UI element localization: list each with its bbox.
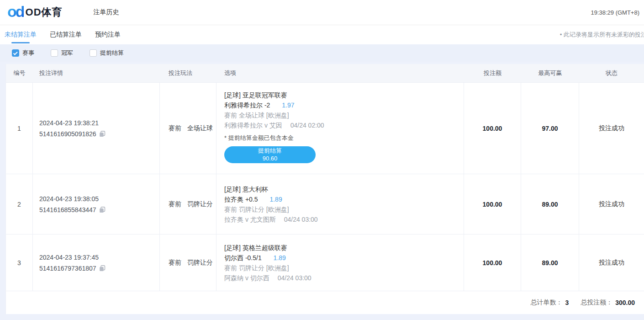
bet-time: 2024-04-23 19:38:21 xyxy=(39,118,159,128)
cashout-note: * 提前结算金额已包含本金 xyxy=(224,133,464,143)
tab-settled[interactable]: 已结算注单 xyxy=(50,25,82,44)
play-period: 赛前 xyxy=(169,259,181,267)
selection-cell: [足球] 亚足联冠军联赛 利雅得希拉尔 -2 1.97 赛前 全场让球 [欧洲盘… xyxy=(216,83,464,174)
play-name: 罚牌让分 xyxy=(187,259,213,267)
selection-kickoff: 04/24 02:00 xyxy=(290,122,324,129)
play-name: 罚牌让分 xyxy=(187,200,213,208)
bet-id: 5141616905091826 xyxy=(39,129,96,139)
filter-bar: 赛事 冠军 提前结算 xyxy=(0,44,644,62)
play-type-cell: 赛前 罚牌让分 xyxy=(160,174,216,234)
col-header-stake: 投注额 xyxy=(464,64,521,82)
row-number: 2 xyxy=(6,174,33,234)
table-row: 3 2024-04-23 19:37:45 5141616797361807 赛… xyxy=(6,234,644,291)
total-count-label: 总计单数： xyxy=(530,299,562,307)
bet-id: 5141616797361807 xyxy=(39,264,96,273)
selection-league: [足球] 英格兰超级联赛 xyxy=(224,243,464,253)
selection-odds: 1.97 xyxy=(282,101,294,109)
stake-value: 100.00 xyxy=(464,174,521,234)
copy-icon[interactable] xyxy=(99,131,106,137)
play-type-cell: 赛前 罚牌让分 xyxy=(160,235,216,291)
checkbox-unchecked-icon xyxy=(51,49,58,57)
selection-pick: 拉齐奥 +0.5 xyxy=(224,196,258,203)
selection-cell: [足球] 英格兰超级联赛 切尔西 -0.5/1 1.89 赛前 罚牌让分 [欧洲… xyxy=(216,235,464,291)
filter-champion-checkbox[interactable]: 冠军 xyxy=(51,49,73,57)
total-count-value: 3 xyxy=(565,299,569,306)
selection-pick: 利雅得希拉尔 -2 xyxy=(224,101,270,109)
selection-league: [足球] 意大利杯 xyxy=(224,184,464,194)
col-header-status: 状态 xyxy=(579,64,644,82)
bet-detail-cell: 2024-04-23 19:38:21 5141616905091826 xyxy=(33,83,160,174)
bet-time: 2024-04-23 19:38:05 xyxy=(39,194,159,203)
bet-detail-cell: 2024-04-23 19:37:45 5141616797361807 xyxy=(33,235,160,291)
total-stake-value: 300.00 xyxy=(615,299,635,306)
selection-kickoff: 04/24 03:00 xyxy=(284,216,318,223)
totals-bar: 总计单数： 3 总投注额： 300.00 xyxy=(6,291,644,314)
filter-early-settle-checkbox[interactable]: 提前结算 xyxy=(90,49,124,57)
tab-unsettled[interactable]: 未结算注单 xyxy=(5,25,37,44)
row-number: 3 xyxy=(6,235,33,291)
tab-bar: 未结算注单 已结算注单 预约注单 • 此记录将显示所有未派彩的投注 xyxy=(0,25,644,44)
table-row: 1 2024-04-23 19:38:21 5141616905091826 赛… xyxy=(6,82,644,174)
selection-kickoff: 04/24 03:00 xyxy=(278,274,311,282)
server-clock: 19:38:29 (GMT+8) xyxy=(591,9,639,16)
selection-match: 拉齐奥 v 尤文图斯 xyxy=(224,216,276,223)
col-header-no: 编号 xyxy=(6,64,33,82)
filter-match-label: 赛事 xyxy=(22,49,34,57)
selection-market: 赛前 罚牌让分 [欧洲盘] xyxy=(224,204,464,214)
table-row: 2 2024-04-23 19:38:05 5141616855843447 赛… xyxy=(6,174,644,234)
selection-league: [足球] 亚足联冠军联赛 xyxy=(224,90,464,100)
status-value: 投注成功 xyxy=(579,174,644,234)
copy-icon[interactable] xyxy=(99,207,106,213)
maxwin-value: 97.00 xyxy=(521,83,579,174)
app-header: od OD体育 注单历史 19:38:29 (GMT+8) xyxy=(0,0,644,25)
stake-value: 100.00 xyxy=(464,83,521,174)
selection-match: 阿森纳 v 切尔西 xyxy=(224,274,269,282)
col-header-maxwin: 最高可赢 xyxy=(521,64,579,82)
page-title: 注单历史 xyxy=(94,8,119,16)
stake-value: 100.00 xyxy=(464,235,521,291)
play-period: 赛前 xyxy=(169,124,181,133)
status-value: 投注成功 xyxy=(579,83,644,174)
play-type-cell: 赛前 全场让球 xyxy=(160,83,216,174)
logo-text: OD体育 xyxy=(26,5,63,19)
selection-pick: 切尔西 -0.5/1 xyxy=(224,254,262,261)
filter-champion-label: 冠军 xyxy=(61,49,73,57)
checkbox-unchecked-icon xyxy=(90,49,97,57)
logo-mark-icon: od xyxy=(7,4,24,19)
copy-icon[interactable] xyxy=(99,265,106,272)
status-value: 投注成功 xyxy=(579,235,644,291)
selection-cell: [足球] 意大利杯 拉齐奥 +0.5 1.89 赛前 罚牌让分 [欧洲盘] 拉齐… xyxy=(216,174,464,234)
selection-odds: 1.89 xyxy=(269,196,282,203)
total-stake-label: 总投注额： xyxy=(581,299,612,307)
selection-match: 利雅得希拉尔 v 艾因 xyxy=(224,122,282,129)
maxwin-value: 89.00 xyxy=(521,174,579,234)
bet-detail-cell: 2024-04-23 19:38:05 5141616855843447 xyxy=(33,174,160,234)
filter-early-settle-label: 提前结算 xyxy=(100,49,124,57)
cashout-button-label: 提前结算 xyxy=(258,147,282,155)
brand-logo[interactable]: od OD体育 xyxy=(7,5,63,20)
col-header-selection: 选项 xyxy=(216,64,464,82)
maxwin-value: 89.00 xyxy=(521,235,579,291)
check-icon xyxy=(13,50,17,55)
selection-odds: 1.89 xyxy=(274,254,286,261)
col-header-detail: 投注详情 xyxy=(33,64,160,82)
bet-id: 5141616855843447 xyxy=(39,205,96,214)
col-header-play: 投注玩法 xyxy=(160,64,216,82)
bet-time: 2024-04-23 19:37:45 xyxy=(39,253,159,262)
selection-market: 赛前 全场让球 [欧洲盘] xyxy=(224,110,464,120)
selection-market: 赛前 罚牌让分 [欧洲盘] xyxy=(224,263,464,273)
bet-history-table: 编号 投注详情 投注玩法 选项 投注额 最高可赢 状态 1 2024-04-23… xyxy=(5,64,644,314)
table-header-row: 编号 投注详情 投注玩法 选项 投注额 最高可赢 状态 xyxy=(6,64,644,82)
play-name: 全场让球 xyxy=(187,124,213,133)
unsettled-note: • 此记录将显示所有未派彩的投注 xyxy=(560,31,644,39)
filter-match-checkbox[interactable]: 赛事 xyxy=(12,49,34,57)
checkbox-checked-icon xyxy=(12,49,19,57)
row-number: 1 xyxy=(6,83,33,174)
cashout-button-amount: 90.60 xyxy=(263,155,278,163)
tab-reserved[interactable]: 预约注单 xyxy=(95,25,121,44)
cashout-button[interactable]: 提前结算 90.60 xyxy=(224,146,316,163)
play-period: 赛前 xyxy=(169,200,181,208)
